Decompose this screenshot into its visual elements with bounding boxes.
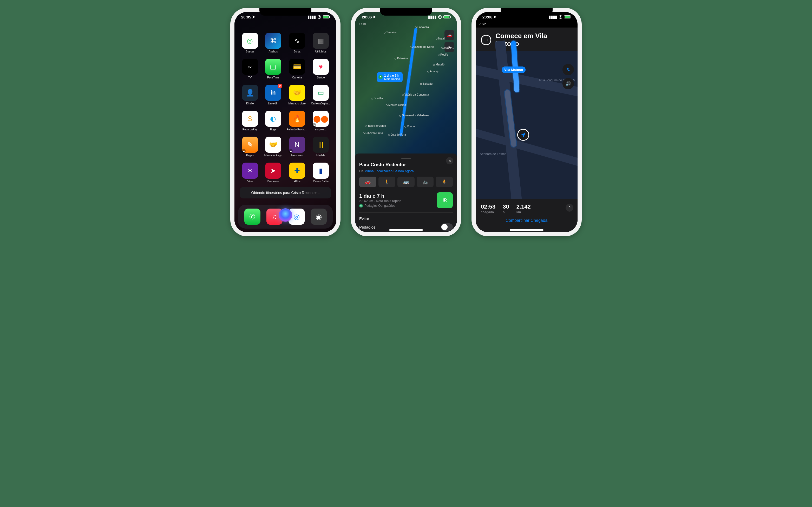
avoid-section-header: Evitar	[359, 213, 453, 221]
notification-badge: 2	[277, 83, 282, 88]
distance-label: km	[516, 210, 531, 214]
clock: 20:05	[241, 15, 251, 19]
siri-orb-icon[interactable]	[278, 208, 292, 222]
mode-transit[interactable]: 🚌	[397, 177, 415, 187]
app-icon: ⌘	[265, 33, 281, 49]
route-card[interactable]: 1 dia e 7 h 2.142 km · Rota mais rápida …	[359, 191, 453, 213]
app-carteira[interactable]: 💳Carteira	[287, 59, 307, 79]
app-icon: ✚	[289, 163, 305, 179]
app-label: Netshoes	[291, 154, 303, 157]
app-label: Casas Bahia	[313, 180, 329, 183]
app-label: FaceTime	[267, 76, 279, 79]
app-atalhos[interactable]: ⌘Atalhos	[263, 33, 283, 53]
battery-icon	[564, 15, 571, 18]
app-bolsa[interactable]: ∿Bolsa	[287, 33, 307, 53]
destination-title: Para Cristo Redentor	[359, 162, 453, 168]
dock-app-camera[interactable]: ◉	[311, 209, 327, 225]
city-label: Montes Claros	[386, 103, 406, 107]
device-frame-3: 20:06➤ ▮▮▮▮⦿ Siri ➝ Comece em Vila Matos…	[471, 8, 582, 236]
toll-icon: S	[359, 204, 363, 208]
app-label: RecargaPay	[243, 128, 258, 131]
app-netshoes[interactable]: N☁Netshoes	[287, 136, 307, 157]
route-from-line: De Minha Localização Saindo Agora	[359, 169, 453, 173]
app-icon: ◐	[265, 111, 281, 127]
avoid-tolls-label: Pedágios	[359, 225, 375, 229]
share-eta-button[interactable]: Compartilhar Chegada	[481, 218, 572, 223]
app--plus[interactable]: ✚+Plus	[287, 163, 307, 183]
mode-rideshare[interactable]: 🧍	[436, 177, 453, 187]
app-mercado-livre[interactable]: 🤝Mercado Livre	[287, 85, 307, 105]
back-to-siri-button[interactable]: Siri	[479, 22, 486, 26]
app-recargapay[interactable]: $RecargaPay	[240, 111, 260, 131]
transport-mode-button[interactable]: 🚗	[445, 30, 454, 40]
audio-button[interactable]: 🔊	[562, 78, 574, 89]
app-carteiradigital-[interactable]: ▭CarteiraDigital...	[311, 85, 331, 105]
app-icon: N☁	[289, 136, 305, 153]
city-label: Vitória	[404, 125, 415, 128]
user-location-icon	[517, 129, 529, 141]
mode-walk[interactable]: 🚶	[378, 177, 396, 187]
app-sa-de[interactable]: ♥Saúde	[311, 59, 331, 79]
dock-app-phone[interactable]: ✆	[244, 209, 260, 225]
mode-drive[interactable]: 🚗	[359, 177, 376, 187]
go-button[interactable]: IR	[437, 192, 453, 208]
home-indicator[interactable]	[510, 229, 544, 231]
app-tv[interactable]: tvTV	[240, 59, 260, 79]
route-tooltip[interactable]: S 1 dia e 7 h Mais Rápida	[377, 72, 403, 82]
app-label: Medida	[316, 154, 325, 157]
city-label: Petrolina	[395, 57, 408, 60]
arrival-label: chegada	[481, 210, 495, 214]
location-icon: ➤	[493, 14, 497, 19]
app-bradesco[interactable]: ➤Bradesco	[263, 163, 283, 183]
app-vivo[interactable]: ✶Vivo	[240, 163, 260, 183]
arrival-time: 02:53	[481, 204, 495, 210]
app-casas-bahia[interactable]: ▮Casas Bahia	[311, 163, 331, 183]
app-edge[interactable]: ◐Edge	[263, 111, 283, 131]
app-icon: 🤝	[289, 85, 305, 101]
avoid-tolls-toggle[interactable]	[441, 223, 453, 231]
app-label: Edge	[270, 128, 276, 131]
notch	[501, 8, 553, 15]
from-location-link[interactable]: Minha Localização	[364, 169, 393, 173]
app-kindle[interactable]: 👤Kindle	[240, 85, 260, 105]
mode-cycle[interactable]: 🚲	[417, 177, 434, 187]
notch	[259, 8, 311, 15]
city-label: Governador Valadares	[399, 114, 429, 117]
siri-status-bar: Obtendo itinerários para Cristo Redentor…	[240, 187, 331, 199]
wifi-icon: ⦿	[559, 15, 562, 19]
app-label: Buscar	[246, 50, 254, 53]
notch	[380, 8, 432, 15]
city-label: Belo Horizonte	[365, 124, 386, 127]
app-buscar[interactable]: ◎Buscar	[240, 33, 260, 53]
trip-stats: 02:53chegada 30h 2.142km	[481, 204, 572, 214]
app-facetime[interactable]: ▢FaceTime	[263, 59, 283, 79]
app-medida[interactable]: |||Medida	[311, 136, 331, 157]
nav-map-canvas[interactable]: Vila Matoso Rua Joaquim de Castro M Senh…	[476, 51, 577, 204]
app-pelando-promo-[interactable]: 🔥Pelando:Promo...	[287, 111, 307, 131]
city-label: Fortaleza	[415, 25, 429, 29]
app-label: Vivo	[247, 180, 253, 183]
app-label: TV	[248, 76, 252, 79]
app-utilit-rios[interactable]: ▦Utilitários	[311, 33, 331, 53]
close-button[interactable]: ✕	[446, 157, 453, 164]
city-label: Recife	[438, 53, 448, 56]
route-overview-button[interactable]: ↯	[562, 64, 574, 75]
location-icon: ➤	[252, 14, 255, 19]
app-surpree-[interactable]: ⬤⬤☁surpree...	[311, 111, 331, 131]
app-icon: $	[242, 111, 258, 127]
app-label: LinkedIn	[268, 102, 278, 105]
app-label: Pages	[246, 154, 254, 157]
app-label: Kindle	[246, 102, 254, 105]
duration-value: 30	[503, 204, 509, 210]
sheet-grabber[interactable]	[401, 158, 411, 159]
expand-button[interactable]: ⌃	[566, 204, 573, 212]
city-label: Brasília	[371, 97, 383, 100]
app-icon: ▮	[313, 163, 329, 179]
app-pages[interactable]: ✎☁Pages	[240, 136, 260, 157]
home-indicator[interactable]	[389, 229, 423, 231]
app-linkedin[interactable]: in2LinkedIn	[263, 85, 283, 105]
depart-time-link[interactable]: Saindo Agora	[394, 169, 414, 173]
app-mercado-pago[interactable]: 🤝Mercado Pago	[263, 136, 283, 157]
back-to-siri-button[interactable]: Siri	[359, 22, 366, 26]
app-label: +Plus	[294, 180, 300, 183]
